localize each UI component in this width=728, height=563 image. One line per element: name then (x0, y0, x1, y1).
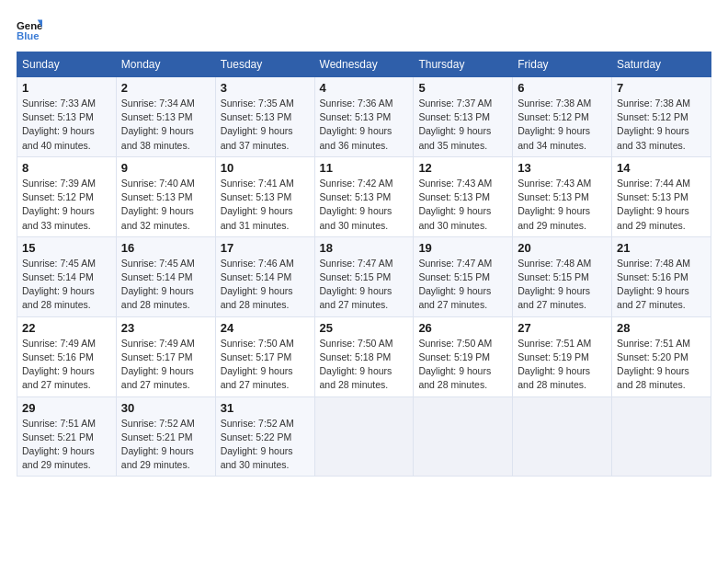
day-info: Sunrise: 7:44 AMSunset: 5:13 PMDaylight:… (617, 178, 690, 231)
day-number: 2 (121, 81, 210, 95)
day-number: 21 (617, 241, 706, 255)
calendar-cell: 27Sunrise: 7:51 AMSunset: 5:19 PMDayligh… (513, 316, 612, 396)
day-info: Sunrise: 7:42 AMSunset: 5:13 PMDaylight:… (320, 178, 393, 231)
calendar-cell: 18Sunrise: 7:47 AMSunset: 5:15 PMDayligh… (314, 236, 414, 316)
weekday-header-tuesday: Tuesday (215, 52, 314, 77)
calendar-cell: 13Sunrise: 7:43 AMSunset: 5:13 PMDayligh… (513, 156, 612, 236)
calendar-cell: 28Sunrise: 7:51 AMSunset: 5:20 PMDayligh… (612, 316, 711, 396)
day-number: 19 (418, 241, 507, 255)
day-info: Sunrise: 7:51 AMSunset: 5:21 PMDaylight:… (22, 418, 96, 471)
week-row-4: 22Sunrise: 7:49 AMSunset: 5:16 PMDayligh… (17, 316, 711, 396)
day-info: Sunrise: 7:35 AMSunset: 5:13 PMDaylight:… (221, 98, 294, 151)
logo-icon: General Blue (17, 17, 42, 42)
calendar-cell (513, 396, 612, 477)
day-info: Sunrise: 7:36 AMSunset: 5:13 PMDaylight:… (320, 98, 393, 151)
calendar-cell: 20Sunrise: 7:48 AMSunset: 5:15 PMDayligh… (513, 236, 612, 316)
weekday-header-monday: Monday (116, 52, 215, 77)
day-number: 31 (221, 401, 310, 415)
calendar-cell (414, 396, 513, 477)
day-number: 22 (22, 321, 111, 335)
day-info: Sunrise: 7:49 AMSunset: 5:17 PMDaylight:… (121, 338, 195, 391)
day-info: Sunrise: 7:45 AMSunset: 5:14 PMDaylight:… (22, 258, 96, 311)
calendar-cell: 26Sunrise: 7:50 AMSunset: 5:19 PMDayligh… (414, 316, 513, 396)
day-info: Sunrise: 7:48 AMSunset: 5:15 PMDaylight:… (518, 258, 591, 311)
day-number: 6 (518, 81, 607, 95)
day-number: 18 (320, 241, 409, 255)
calendar-cell (314, 396, 414, 477)
calendar-cell: 7Sunrise: 7:38 AMSunset: 5:12 PMDaylight… (612, 77, 711, 157)
calendar-cell: 11Sunrise: 7:42 AMSunset: 5:13 PMDayligh… (314, 156, 414, 236)
day-number: 29 (22, 401, 111, 415)
calendar-cell: 5Sunrise: 7:37 AMSunset: 5:13 PMDaylight… (414, 77, 513, 157)
day-number: 4 (320, 81, 409, 95)
calendar-cell: 12Sunrise: 7:43 AMSunset: 5:13 PMDayligh… (414, 156, 513, 236)
day-number: 20 (518, 241, 607, 255)
day-info: Sunrise: 7:49 AMSunset: 5:16 PMDaylight:… (22, 338, 96, 391)
day-number: 5 (418, 81, 507, 95)
day-info: Sunrise: 7:43 AMSunset: 5:13 PMDaylight:… (418, 178, 492, 231)
week-row-1: 1Sunrise: 7:33 AMSunset: 5:13 PMDaylight… (17, 77, 711, 157)
logo: General Blue (17, 17, 46, 42)
day-info: Sunrise: 7:47 AMSunset: 5:15 PMDaylight:… (320, 258, 393, 311)
day-number: 15 (22, 241, 111, 255)
day-info: Sunrise: 7:52 AMSunset: 5:21 PMDaylight:… (121, 418, 195, 471)
calendar-table: SundayMondayTuesdayWednesdayThursdayFrid… (17, 52, 711, 477)
calendar-container: General Blue SundayMondayTuesdayWednesda… (0, 0, 728, 486)
calendar-cell: 29Sunrise: 7:51 AMSunset: 5:21 PMDayligh… (17, 396, 117, 477)
svg-text:Blue: Blue (17, 30, 40, 41)
day-info: Sunrise: 7:33 AMSunset: 5:13 PMDaylight:… (22, 98, 96, 151)
calendar-cell: 10Sunrise: 7:41 AMSunset: 5:13 PMDayligh… (215, 156, 314, 236)
day-info: Sunrise: 7:50 AMSunset: 5:18 PMDaylight:… (320, 338, 393, 391)
day-number: 7 (617, 81, 706, 95)
day-number: 27 (518, 321, 607, 335)
day-number: 11 (320, 161, 409, 175)
day-info: Sunrise: 7:47 AMSunset: 5:15 PMDaylight:… (418, 258, 492, 311)
calendar-cell: 22Sunrise: 7:49 AMSunset: 5:16 PMDayligh… (17, 316, 117, 396)
day-info: Sunrise: 7:51 AMSunset: 5:20 PMDaylight:… (617, 338, 690, 391)
day-info: Sunrise: 7:39 AMSunset: 5:12 PMDaylight:… (22, 178, 96, 231)
calendar-cell: 2Sunrise: 7:34 AMSunset: 5:13 PMDaylight… (116, 77, 215, 157)
day-number: 13 (518, 161, 607, 175)
day-info: Sunrise: 7:43 AMSunset: 5:13 PMDaylight:… (518, 178, 591, 231)
week-row-2: 8Sunrise: 7:39 AMSunset: 5:12 PMDaylight… (17, 156, 711, 236)
calendar-cell: 21Sunrise: 7:48 AMSunset: 5:16 PMDayligh… (612, 236, 711, 316)
calendar-cell: 30Sunrise: 7:52 AMSunset: 5:21 PMDayligh… (116, 396, 215, 477)
day-number: 1 (22, 81, 111, 95)
day-number: 26 (418, 321, 507, 335)
calendar-cell: 14Sunrise: 7:44 AMSunset: 5:13 PMDayligh… (612, 156, 711, 236)
day-number: 25 (320, 321, 409, 335)
calendar-cell: 8Sunrise: 7:39 AMSunset: 5:12 PMDaylight… (17, 156, 117, 236)
day-info: Sunrise: 7:37 AMSunset: 5:13 PMDaylight:… (418, 98, 492, 151)
weekday-header-sunday: Sunday (17, 52, 117, 77)
day-number: 9 (121, 161, 210, 175)
calendar-cell: 1Sunrise: 7:33 AMSunset: 5:13 PMDaylight… (17, 77, 117, 157)
day-number: 16 (121, 241, 210, 255)
day-number: 10 (221, 161, 310, 175)
calendar-cell: 16Sunrise: 7:45 AMSunset: 5:14 PMDayligh… (116, 236, 215, 316)
calendar-cell: 25Sunrise: 7:50 AMSunset: 5:18 PMDayligh… (314, 316, 414, 396)
header: General Blue (17, 17, 711, 42)
calendar-cell (612, 396, 711, 477)
day-number: 14 (617, 161, 706, 175)
calendar-cell: 17Sunrise: 7:46 AMSunset: 5:14 PMDayligh… (215, 236, 314, 316)
day-number: 30 (121, 401, 210, 415)
day-number: 3 (221, 81, 310, 95)
day-number: 8 (22, 161, 111, 175)
calendar-cell: 15Sunrise: 7:45 AMSunset: 5:14 PMDayligh… (17, 236, 117, 316)
day-info: Sunrise: 7:38 AMSunset: 5:12 PMDaylight:… (518, 98, 591, 151)
day-info: Sunrise: 7:41 AMSunset: 5:13 PMDaylight:… (221, 178, 294, 231)
calendar-cell: 4Sunrise: 7:36 AMSunset: 5:13 PMDaylight… (314, 77, 414, 157)
calendar-cell: 24Sunrise: 7:50 AMSunset: 5:17 PMDayligh… (215, 316, 314, 396)
day-info: Sunrise: 7:51 AMSunset: 5:19 PMDaylight:… (518, 338, 591, 391)
weekday-header-thursday: Thursday (414, 52, 513, 77)
day-number: 28 (617, 321, 706, 335)
weekday-header-wednesday: Wednesday (314, 52, 414, 77)
day-info: Sunrise: 7:40 AMSunset: 5:13 PMDaylight:… (121, 178, 195, 231)
calendar-cell: 3Sunrise: 7:35 AMSunset: 5:13 PMDaylight… (215, 77, 314, 157)
day-info: Sunrise: 7:46 AMSunset: 5:14 PMDaylight:… (221, 258, 294, 311)
calendar-cell: 6Sunrise: 7:38 AMSunset: 5:12 PMDaylight… (513, 77, 612, 157)
day-info: Sunrise: 7:48 AMSunset: 5:16 PMDaylight:… (617, 258, 690, 311)
day-info: Sunrise: 7:45 AMSunset: 5:14 PMDaylight:… (121, 258, 195, 311)
day-number: 23 (121, 321, 210, 335)
day-info: Sunrise: 7:38 AMSunset: 5:12 PMDaylight:… (617, 98, 690, 151)
